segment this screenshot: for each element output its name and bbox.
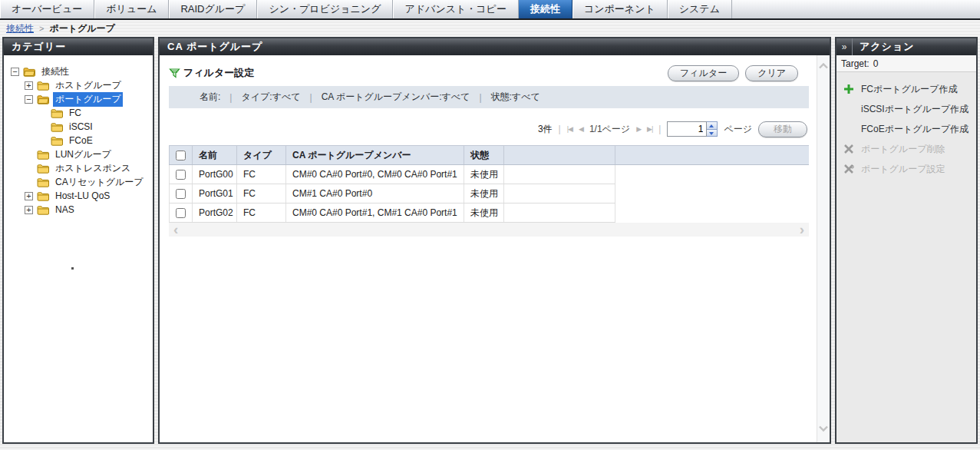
row-checkbox[interactable] — [176, 189, 186, 199]
page-number-input[interactable] — [667, 121, 707, 137]
cell-type: FC — [237, 165, 286, 184]
filter-summary-name: 名前: — [200, 91, 220, 104]
row-checkbox[interactable] — [176, 208, 186, 218]
main-content: フィルター設定 フィルター クリア 名前: | タイプ:すべて | CA ポート… — [160, 55, 817, 442]
spinner-down-icon[interactable] — [707, 129, 717, 137]
tab-connectivity[interactable]: 接続性 — [519, 0, 572, 18]
tab-thin-provisioning[interactable]: シン・プロビジョニング — [257, 0, 393, 18]
last-page-icon[interactable]: ▶| — [647, 125, 652, 133]
action-panel-title: アクション — [853, 38, 976, 55]
scroll-up-icon[interactable] — [819, 63, 828, 69]
tree-item-port-group[interactable]: ポートグループ — [4, 92, 153, 106]
category-tree: 接続性 ホストグループ ポートグループ FC iSCSI — [4, 55, 153, 442]
tab-raid-group[interactable]: RAIDグループ — [169, 0, 257, 18]
tab-overview[interactable]: オーバービュー — [0, 0, 94, 18]
tree-label[interactable]: LUNグループ — [53, 147, 114, 162]
closed-folder-icon — [37, 81, 49, 91]
tree-item-host-group[interactable]: ホストグループ — [4, 78, 153, 92]
target-count-row: Target: 0 — [836, 55, 976, 72]
col-header-empty — [504, 146, 615, 165]
tab-advanced-copy[interactable]: アドバンスト・コピー — [393, 0, 518, 18]
open-folder-icon — [23, 67, 35, 77]
closed-folder-icon — [51, 136, 63, 146]
target-label: Target: — [841, 58, 869, 69]
tree-item-fc[interactable]: FC — [4, 106, 153, 120]
action-create-iscsi-port-group[interactable]: iSCSIポートグループ作成 — [836, 100, 976, 118]
tree-label[interactable]: NAS — [53, 203, 77, 216]
cell-members: CM#0 CA#0 Port#0, CM#0 CA#0 Port#1 — [286, 165, 464, 184]
select-all-checkbox[interactable] — [176, 151, 186, 160]
col-header-members[interactable]: CA ポートグループメンバー — [286, 146, 464, 165]
record-count: 3件 — [538, 123, 553, 136]
cell-status: 未使用 — [464, 203, 504, 223]
spinner-up-icon[interactable] — [707, 122, 717, 129]
scroll-down-icon[interactable] — [819, 425, 828, 432]
first-page-icon[interactable]: |◀ — [567, 125, 572, 133]
tree-label-selected[interactable]: ポートグループ — [53, 92, 123, 107]
tree-item-fcoe[interactable]: FCoE — [4, 134, 153, 147]
closed-folder-icon — [51, 108, 63, 118]
collapse-expander-icon[interactable] — [25, 95, 33, 104]
filter-icon — [169, 68, 180, 79]
collapse-panel-button[interactable]: » — [836, 38, 853, 55]
main-tabbar: オーバービュー ボリューム RAIDグループ シン・プロビジョニング アドバンス… — [0, 0, 980, 20]
page-spinner — [707, 121, 718, 137]
tree-item-iscsi[interactable]: iSCSI — [4, 120, 153, 134]
open-folder-icon — [37, 94, 49, 104]
breadcrumb-separator: > — [39, 24, 44, 33]
tree-label[interactable]: FCoE — [67, 134, 95, 147]
action-panel: » アクション Target: 0 FCポートグループ作成 iSCSIポートグル… — [835, 37, 978, 444]
filter-button[interactable]: フィルター — [668, 65, 739, 81]
closed-folder-icon — [37, 205, 49, 215]
col-header-status[interactable]: 状態 — [464, 146, 504, 165]
row-checkbox[interactable] — [176, 170, 186, 180]
next-page-icon[interactable]: ▶ — [636, 125, 641, 133]
tree-item-connectivity[interactable]: 接続性 — [4, 65, 153, 78]
expand-expander-icon[interactable] — [25, 192, 33, 200]
cell-name: PortG01 — [193, 184, 237, 203]
tree-item-ca-reset-group[interactable]: CAリセットグループ — [4, 175, 153, 189]
col-header-type[interactable]: タイプ — [237, 146, 286, 165]
table-row[interactable]: PortG01 FC CM#1 CA#0 Port#0 未使用 — [170, 184, 810, 203]
tree-item-lun-group[interactable]: LUNグループ — [4, 147, 153, 161]
tree-label[interactable]: Host-LU QoS — [53, 190, 112, 202]
breadcrumb-link-connectivity[interactable]: 接続性 — [6, 22, 34, 35]
tab-volume[interactable]: ボリューム — [94, 0, 169, 18]
action-label: FCポートグループ作成 — [861, 83, 957, 96]
tree-label[interactable]: CAリセットグループ — [53, 175, 146, 190]
filter-summary-member: CA ポートグループメンバー:すべて — [322, 91, 470, 104]
table-row[interactable]: PortG02 FC CM#0 CA#0 Port#1, CM#1 CA#0 P… — [170, 203, 810, 223]
closed-folder-icon — [37, 191, 49, 201]
target-value: 0 — [873, 58, 879, 69]
expand-expander-icon[interactable] — [25, 81, 33, 90]
table-row[interactable]: PortG00 FC CM#0 CA#0 Port#0, CM#0 CA#0 P… — [170, 165, 810, 184]
tree-label[interactable]: 接続性 — [39, 65, 71, 79]
disabled-x-icon — [844, 144, 853, 154]
expand-expander-icon[interactable] — [25, 206, 33, 214]
action-label: FCoEポートグループ作成 — [861, 123, 968, 136]
tree-item-nas[interactable]: NAS — [4, 203, 153, 217]
filter-summary-bar: 名前: | タイプ:すべて | CA ポートグループメンバー:すべて | 状態:… — [169, 86, 809, 108]
tree-item-host-lu-qos[interactable]: Host-LU QoS — [4, 189, 153, 203]
tree-label[interactable]: ホストレスポンス — [53, 161, 133, 176]
scroll-left-icon[interactable]: ‹ — [173, 224, 178, 235]
action-create-fc-port-group[interactable]: FCポートグループ作成 — [836, 80, 976, 98]
disabled-settings-x-icon — [844, 164, 854, 174]
vertical-scrollbar[interactable] — [817, 55, 830, 442]
clear-button[interactable]: クリア — [745, 65, 798, 81]
action-create-fcoe-port-group[interactable]: FCoEポートグループ作成 — [836, 120, 976, 138]
scroll-right-icon[interactable]: › — [800, 224, 804, 235]
col-header-name[interactable]: 名前 — [193, 146, 237, 165]
tree-label[interactable]: ホストグループ — [53, 78, 124, 93]
tree-label[interactable]: FC — [67, 107, 84, 119]
closed-folder-icon — [37, 177, 49, 187]
horizontal-scrollbar[interactable]: ‹ › — [169, 223, 809, 237]
tree-item-host-response[interactable]: ホストレスポンス — [4, 161, 153, 175]
go-page-button[interactable]: 移動 — [758, 121, 807, 137]
tree-label[interactable]: iSCSI — [67, 121, 95, 133]
tab-system[interactable]: システム — [668, 0, 732, 18]
page-info: 1/1ページ — [589, 123, 630, 136]
prev-page-icon[interactable]: ◀ — [579, 125, 583, 133]
collapse-expander-icon[interactable] — [11, 68, 19, 76]
tab-component[interactable]: コンポーネント — [572, 0, 668, 18]
